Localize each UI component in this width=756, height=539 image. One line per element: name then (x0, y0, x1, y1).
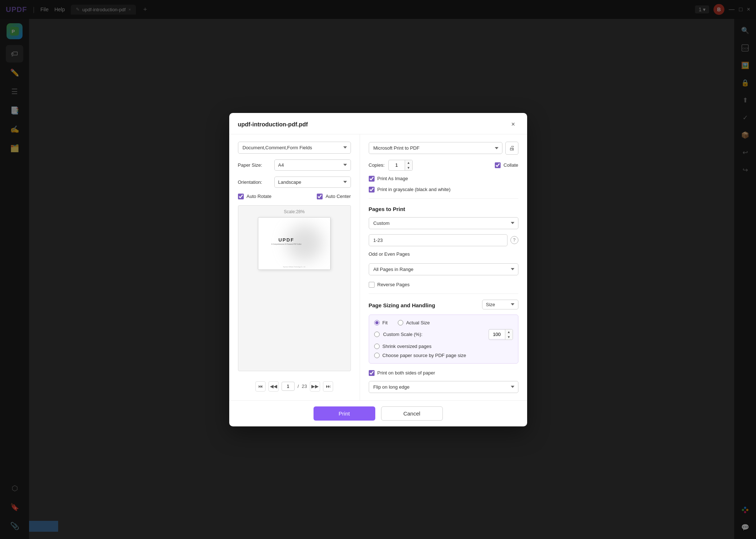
scale-decrement-button[interactable]: ▼ (505, 335, 513, 340)
next-page-button[interactable]: ▶▶ (310, 381, 320, 392)
print-as-image-label: Print As Image (377, 176, 408, 181)
paper-source-label: Choose paper source by PDF page size (383, 353, 466, 358)
content-type-select[interactable]: Document,Comment,Form Fields (238, 142, 351, 154)
custom-scale-label: Custom Scale (%): (383, 332, 423, 337)
shrink-label: Shrink oversized pages (383, 344, 432, 349)
scale-increment-button[interactable]: ▲ (505, 329, 513, 335)
page-range-row: ? (369, 234, 518, 246)
modal-footer: Print Cancel (229, 400, 527, 426)
paper-size-row: Paper Size: A4 Letter Legal (238, 159, 351, 171)
modal-left-panel: Document,Comment,Form Fields Paper Size:… (229, 134, 360, 400)
orientation-row: Orientation: Portrait Landscape (238, 177, 351, 188)
copies-increment-button[interactable]: ▲ (405, 160, 412, 165)
prev-page-button[interactable]: ◀◀ (268, 381, 279, 392)
preview-company-text: Superace Software Technology Co., Ltd. (283, 266, 306, 268)
sizing-mode-select[interactable]: Size Fit (482, 300, 518, 309)
printer-row: Microsoft Print to PDF Adobe PDF 🖨 (369, 142, 518, 155)
page-range-input[interactable] (369, 234, 508, 246)
sizing-options: Fit Actual Size Custom Scale (%): ▲ ▼ (369, 315, 518, 364)
scale-input-wrap: ▲ ▼ (489, 329, 513, 340)
custom-scale-row: Custom Scale (%): ▲ ▼ (374, 329, 513, 340)
collate-row: Collate (495, 162, 518, 168)
page-range-help-icon[interactable]: ? (510, 236, 518, 244)
page-sizing-title: Page Sizing and Handling (369, 302, 435, 308)
reverse-pages-label: Reverse Pages (377, 282, 410, 287)
modal-overlay: updf-introduction-pdf.pdf × Document,Com… (0, 0, 756, 539)
page-separator: / (298, 384, 299, 389)
total-pages: 23 (302, 384, 307, 389)
first-page-button[interactable]: ⏮ (255, 381, 266, 392)
cancel-button[interactable]: Cancel (381, 406, 443, 421)
auto-rotate-checkbox[interactable] (238, 194, 244, 199)
pagination: ⏮ ◀◀ / 23 ▶▶ ⏭ (238, 377, 351, 393)
custom-scale-radio[interactable] (374, 332, 380, 337)
pages-type-select[interactable]: Custom All Pages Current Page (369, 217, 518, 229)
modal-header: updf-introduction-pdf.pdf × (229, 113, 527, 134)
pages-to-print-title: Pages to Print (369, 206, 518, 212)
scale-spinners: ▲ ▼ (505, 329, 513, 340)
paper-size-label: Paper Size: (238, 162, 271, 168)
collate-checkbox[interactable] (495, 162, 501, 168)
paper-source-row: Choose paper source by PDF page size (374, 353, 513, 358)
orientation-select[interactable]: Portrait Landscape (274, 177, 351, 188)
actual-size-radio[interactable] (398, 320, 403, 325)
paper-size-select[interactable]: A4 Letter Legal (274, 159, 351, 171)
printer-select[interactable]: Microsoft Print to PDF Adobe PDF (369, 142, 502, 154)
copies-spinners: ▲ ▼ (405, 160, 412, 170)
duplex-row: Print on both sides of paper (369, 370, 518, 376)
auto-rotate-row: Auto Rotate (238, 194, 272, 199)
shrink-row: Shrink oversized pages (374, 344, 513, 349)
fit-actual-row: Fit Actual Size (374, 320, 513, 325)
auto-center-checkbox[interactable] (317, 194, 323, 199)
scale-text: Scale:28% (284, 209, 304, 214)
modal-close-button[interactable]: × (508, 119, 518, 130)
preview-area: Scale:28% UPDF A Comprehensive AI-Powere… (238, 205, 351, 371)
print-grayscale-row: Print in grayscale (black and white) (369, 187, 518, 192)
print-grayscale-label: Print in grayscale (black and white) (377, 187, 451, 192)
print-button[interactable]: Print (314, 406, 375, 421)
print-grayscale-checkbox[interactable] (369, 187, 375, 192)
copies-input-wrap: ▲ ▼ (388, 160, 413, 171)
sizing-header: Page Sizing and Handling Size Fit (369, 300, 518, 309)
current-page-input[interactable] (282, 382, 295, 391)
print-dialog: updf-introduction-pdf.pdf × Document,Com… (229, 113, 527, 426)
divider-1 (369, 198, 518, 199)
odd-even-label: Odd or Even Pages (369, 251, 518, 257)
print-as-image-row: Print As Image (369, 176, 518, 182)
preview-sub-text: A Comprehensive AI-Powered PDF Editor (271, 243, 302, 245)
copies-label: Copies: (369, 162, 385, 168)
copies-row: Copies: ▲ ▼ Collate (369, 160, 518, 171)
blur-decoration (287, 225, 323, 261)
modal-body: Document,Comment,Form Fields Paper Size:… (229, 134, 527, 400)
auto-rotate-label: Auto Rotate (247, 194, 272, 199)
auto-center-row: Auto Center (317, 194, 351, 199)
copies-input[interactable] (389, 161, 405, 170)
duplex-checkbox[interactable] (369, 370, 375, 376)
paper-source-radio[interactable] (374, 353, 380, 358)
actual-size-label: Actual Size (406, 320, 430, 325)
auto-center-label: Auto Center (326, 194, 351, 199)
flip-select[interactable]: Flip on long edge Flip on short edge (369, 381, 518, 393)
shrink-radio[interactable] (374, 344, 380, 349)
page-preview: UPDF A Comprehensive AI-Powered PDF Edit… (258, 217, 331, 270)
reverse-pages-checkbox[interactable] (369, 282, 375, 288)
modal-right-panel: Microsoft Print to PDF Adobe PDF 🖨 Copie… (360, 134, 527, 400)
orientation-label: Orientation: (238, 179, 271, 185)
collate-label: Collate (504, 162, 518, 168)
last-page-button[interactable]: ⏭ (323, 381, 333, 392)
odd-even-select[interactable]: All Pages in Range Odd Pages Only Even P… (369, 263, 518, 275)
printer-settings-button[interactable]: 🖨 (505, 142, 518, 155)
copies-decrement-button[interactable]: ▼ (405, 165, 412, 170)
reverse-pages-row: Reverse Pages (369, 282, 518, 288)
modal-title: updf-introduction-pdf.pdf (238, 121, 308, 128)
auto-options-row: Auto Rotate Auto Center (238, 194, 351, 199)
scale-value-input[interactable] (489, 330, 505, 339)
preview-updf-text: UPDF (278, 237, 294, 243)
duplex-label: Print on both sides of paper (377, 370, 435, 376)
print-as-image-checkbox[interactable] (369, 176, 375, 182)
fit-label: Fit (383, 320, 388, 325)
divider-2 (369, 293, 518, 294)
page-preview-inner: UPDF A Comprehensive AI-Powered PDF Edit… (258, 218, 330, 270)
fit-radio[interactable] (374, 320, 380, 325)
